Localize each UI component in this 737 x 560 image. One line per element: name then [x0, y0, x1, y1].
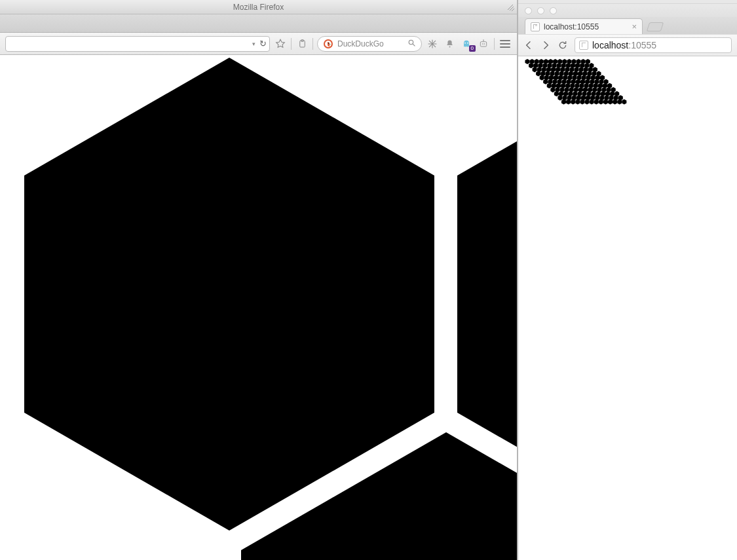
chrome-tab-title: localhost:10555 [544, 22, 628, 31]
urlbar-dropdown-icon[interactable]: ▾ [252, 41, 255, 47]
svg-line-6 [413, 44, 415, 46]
chrome-tabstrip: localhost:10555 × [518, 17, 737, 34]
traffic-zoom-icon[interactable] [550, 7, 557, 14]
close-icon[interactable]: × [632, 22, 637, 31]
firefox-viewport[interactable] [0, 55, 517, 560]
reload-icon[interactable] [557, 40, 568, 50]
omnibox-port: 10555 [631, 40, 656, 50]
menu-icon[interactable] [499, 37, 512, 50]
chrome-viewport[interactable] [518, 56, 737, 560]
duckduckgo-icon [323, 39, 333, 49]
search-icon[interactable] [407, 39, 416, 49]
clipboard-icon[interactable] [295, 37, 309, 50]
svg-point-15 [482, 43, 483, 45]
chrome-omnibox[interactable]: localhost:10555 [575, 37, 732, 53]
svg-point-5 [409, 40, 413, 44]
search-placeholder: DuckDuckGo [337, 39, 404, 48]
snowflake-icon[interactable] [426, 37, 439, 50]
svg-marker-19 [24, 58, 434, 531]
traffic-minimize-icon[interactable] [537, 7, 544, 14]
svg-point-11 [449, 46, 450, 47]
file-icon [531, 22, 540, 31]
chrome-traffic-lights [518, 4, 737, 17]
firefox-toolbar: ▾ ↻ DuckDuckGo [0, 33, 517, 55]
svg-point-13 [467, 42, 468, 43]
toolbar-separator [494, 38, 495, 50]
toolbar-separator [291, 38, 292, 50]
forward-icon[interactable] [540, 40, 551, 50]
svg-marker-175 [622, 99, 626, 104]
back-icon[interactable] [523, 40, 534, 50]
toolbar-separator [312, 38, 313, 50]
new-tab-button[interactable] [647, 22, 664, 31]
hexagon-canvas-full [518, 56, 737, 560]
svg-point-12 [464, 42, 466, 43]
firefox-title: Mozilla Firefox [233, 3, 284, 12]
svg-rect-14 [480, 41, 486, 46]
firefox-window: Mozilla Firefox ▾ ↻ [0, 0, 518, 560]
traffic-close-icon[interactable] [525, 7, 532, 14]
svg-marker-22 [525, 59, 529, 64]
firefox-tabstrip[interactable] [0, 14, 517, 33]
reload-icon[interactable]: ↻ [259, 39, 267, 48]
omnibox-host: localhost [592, 40, 628, 50]
firefox-searchbox[interactable]: DuckDuckGo [317, 36, 422, 52]
svg-point-4 [328, 43, 330, 44]
resize-handle-icon[interactable] [506, 2, 515, 11]
chrome-toolbar: localhost:10555 [518, 34, 737, 56]
bell-icon[interactable] [443, 37, 456, 50]
chrome-tab-active[interactable]: localhost:10555 × [525, 18, 643, 34]
firefox-titlebar[interactable]: Mozilla Firefox [0, 0, 517, 14]
file-icon [579, 41, 588, 50]
notification-badge: 0 [469, 45, 476, 52]
ghost-icon[interactable]: 0 [460, 37, 473, 50]
svg-point-16 [483, 43, 485, 45]
svg-point-18 [483, 39, 483, 40]
hexagon-canvas-zoomed [0, 55, 517, 560]
chrome-window: localhost:10555 × localhost:10555 [518, 0, 737, 560]
bookmark-star-icon[interactable] [274, 37, 287, 50]
firefox-urlbar[interactable]: ▾ ↻ [5, 36, 270, 52]
robot-icon[interactable] [477, 37, 490, 50]
